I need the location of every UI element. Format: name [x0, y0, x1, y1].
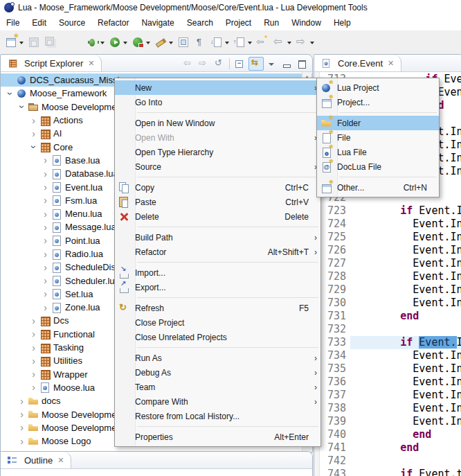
previous-annotation-button[interactable]: [231, 33, 254, 51]
tree-twistie-icon[interactable]: [29, 384, 38, 391]
tree-twistie-icon[interactable]: [41, 251, 50, 258]
menu-item[interactable]: [115, 259, 320, 265]
menu-item-compare-with[interactable]: Compare With ›: [115, 394, 320, 409]
forward-button[interactable]: [293, 33, 316, 51]
link-with-editor-toggle[interactable]: [248, 57, 264, 71]
menu-item-close-project[interactable]: Close Project: [115, 315, 320, 330]
menu-item-open-type-hierarchy[interactable]: Open Type Hierarchy: [115, 145, 320, 159]
dropdown-caret-icon[interactable]: [123, 42, 127, 46]
menu-item-delete[interactable]: Delete Delete: [115, 209, 320, 224]
tree-twistie-icon[interactable]: [29, 117, 38, 124]
submenu-item[interactable]: [317, 174, 439, 180]
back-button[interactable]: [271, 33, 293, 51]
next-annotation-button[interactable]: [208, 33, 231, 51]
save-all-button[interactable]: [42, 33, 59, 51]
view-up-button[interactable]: [212, 58, 226, 70]
debug-button[interactable]: [84, 33, 107, 51]
submenu-item-project[interactable]: Project...: [317, 95, 439, 109]
tab-script-explorer[interactable]: Script Explorer ✕: [1, 55, 102, 71]
menu-item-build-path[interactable]: Build Path ›: [115, 230, 320, 245]
view-menu-button[interactable]: [265, 58, 279, 70]
dropdown-caret-icon[interactable]: [19, 42, 24, 46]
menu-item[interactable]: [115, 109, 320, 116]
menu-item-run-as[interactable]: Run As ›: [115, 351, 320, 365]
close-icon[interactable]: ✕: [57, 456, 64, 465]
menu-item[interactable]: [115, 344, 320, 351]
mark-occurrences-toggle[interactable]: [175, 33, 192, 51]
tree-twistie-icon[interactable]: [17, 398, 26, 405]
menu-item-go-into[interactable]: Go Into: [115, 95, 320, 109]
tree-twistie-icon[interactable]: [41, 170, 50, 177]
view-back-button[interactable]: [181, 58, 195, 70]
collapse-all-button[interactable]: [233, 58, 247, 70]
menu-item-refresh[interactable]: Refresh F5: [115, 301, 320, 315]
menubar-item-edit[interactable]: Edit: [26, 16, 53, 30]
menu-item-properties[interactable]: Properties Alt+Enter: [115, 430, 320, 444]
tree-twistie-icon[interactable]: [17, 424, 26, 431]
tree-twistie-icon[interactable]: [41, 264, 50, 271]
tree-twistie-icon[interactable]: [17, 438, 26, 445]
tree-twistie-icon[interactable]: [29, 317, 38, 324]
run-last-tool-button[interactable]: [129, 33, 152, 51]
submenu-item-file[interactable]: File: [317, 130, 439, 145]
menubar-item-search[interactable]: Search: [181, 16, 219, 30]
submenu-item-other[interactable]: Other... Ctrl+N: [317, 180, 439, 195]
toolbar-button[interactable]: [59, 33, 84, 51]
menu-item-debug-as[interactable]: Debug As ›: [115, 365, 320, 380]
menubar-item-refactor[interactable]: Refactor: [91, 16, 135, 30]
tree-twistie-icon[interactable]: [29, 358, 38, 364]
menu-item-close-unrelated-projects[interactable]: Close Unrelated Projects: [115, 330, 320, 344]
tree-twistie-icon[interactable]: [41, 304, 50, 311]
tree-twistie-icon[interactable]: [41, 290, 50, 297]
tree-twistie-icon[interactable]: [17, 411, 26, 418]
tab-outline[interactable]: Outline ✕: [1, 452, 71, 468]
view-toolbar-button[interactable]: [229, 58, 230, 69]
menu-item-copy[interactable]: Copy Ctrl+C: [115, 180, 320, 195]
menu-item[interactable]: [115, 294, 320, 301]
dropdown-caret-icon[interactable]: [248, 42, 252, 46]
tab-core-event[interactable]: Core.Event ✕: [314, 55, 401, 71]
menu-item-restore-from-local-history[interactable]: Restore from Local History...: [115, 409, 320, 423]
menu-item-open-in-new-window[interactable]: Open in New Window: [115, 116, 320, 130]
minimize-button[interactable]: [280, 58, 294, 70]
dropdown-caret-icon[interactable]: [100, 42, 105, 46]
menu-item[interactable]: [115, 174, 320, 180]
new-wizard-button[interactable]: [3, 33, 26, 51]
tree-twistie-icon[interactable]: [41, 277, 50, 284]
submenu-item-lua-file[interactable]: Lua File: [317, 145, 439, 159]
menu-item-export[interactable]: Export...: [115, 280, 320, 294]
tree-twistie-icon[interactable]: [29, 371, 38, 378]
dropdown-caret-icon[interactable]: [146, 42, 150, 46]
submenu-item[interactable]: [317, 109, 439, 116]
menu-item-source[interactable]: Source ›: [115, 159, 320, 174]
tree-twistie-icon[interactable]: [19, 103, 26, 112]
view-forward-button[interactable]: [197, 58, 210, 70]
menubar-item-window[interactable]: Window: [285, 16, 327, 30]
external-tools-button[interactable]: [152, 33, 175, 51]
tree-twistie-icon[interactable]: [41, 197, 50, 204]
menu-item-import[interactable]: Import...: [115, 265, 320, 280]
menu-item-open-with[interactable]: Open With ›: [115, 130, 320, 145]
show-whitespace-toggle[interactable]: [192, 33, 208, 51]
tree-twistie-icon[interactable]: [41, 184, 50, 191]
tree-twistie-icon[interactable]: [41, 211, 50, 218]
tree-twistie-icon[interactable]: [7, 89, 14, 98]
menu-item-new[interactable]: New ›: [115, 80, 320, 95]
menubar-item-source[interactable]: Source: [53, 16, 91, 30]
last-edit-location-button[interactable]: [254, 33, 271, 51]
maximize-button[interactable]: [296, 58, 309, 70]
tree-twistie-icon[interactable]: [30, 143, 37, 152]
close-icon[interactable]: ✕: [388, 59, 394, 68]
tree-twistie-icon[interactable]: [41, 224, 50, 231]
menubar-item-project[interactable]: Project: [219, 16, 257, 30]
menubar-item-run[interactable]: Run: [257, 16, 285, 30]
menubar-item-navigate[interactable]: Navigate: [135, 16, 180, 30]
menu-item-team[interactable]: Team ›: [115, 380, 320, 394]
dropdown-caret-icon[interactable]: [310, 42, 314, 46]
menu-item-paste[interactable]: Paste Ctrl+V: [115, 195, 320, 209]
dropdown-caret-icon[interactable]: [169, 42, 173, 46]
menu-item[interactable]: [115, 224, 320, 230]
dropdown-caret-icon[interactable]: [287, 42, 291, 46]
save-button[interactable]: [26, 33, 42, 51]
menu-item-refactor[interactable]: Refactor Alt+Shift+T ›: [115, 245, 320, 259]
